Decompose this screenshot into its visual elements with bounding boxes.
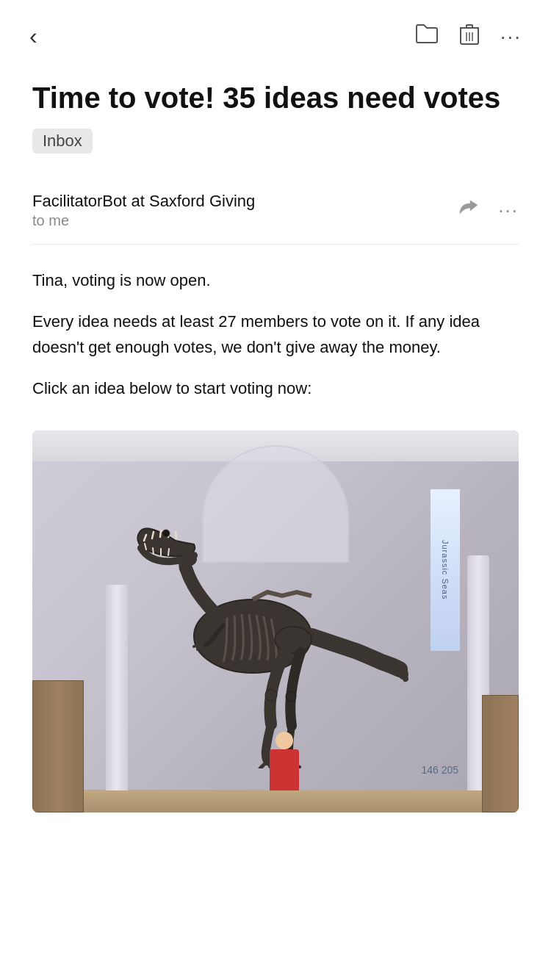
sender-info: FacilitatorBot at Saxford Giving to me xyxy=(32,192,255,229)
person-head xyxy=(276,732,293,749)
sender-name: FacilitatorBot at Saxford Giving xyxy=(32,192,255,211)
email-body: Tina, voting is now open. Every idea nee… xyxy=(0,251,551,415)
person-body xyxy=(270,749,299,790)
jurassic-seas-banner: Jurassic Seas xyxy=(431,489,460,651)
inbox-badge: Inbox xyxy=(32,129,93,154)
email-subject: Time to vote! 35 ideas need votes Inbox xyxy=(32,80,519,154)
svg-point-12 xyxy=(286,691,296,702)
body-paragraph-1: Tina, voting is now open. xyxy=(32,268,519,293)
toolbar-right: ··· xyxy=(415,22,522,51)
toolbar-left: ‹ xyxy=(29,23,37,50)
sender-to: to me xyxy=(32,212,255,229)
svg-point-11 xyxy=(265,689,277,701)
svg-rect-4 xyxy=(467,25,472,28)
more-options-icon[interactable]: ··· xyxy=(500,25,522,48)
sender-actions: ··· xyxy=(457,198,519,223)
dino-exhibit-image: Jurassic Seas 146 205 xyxy=(32,430,519,813)
cabinet-right xyxy=(482,695,519,813)
body-paragraph-2: Every idea needs at least 27 members to … xyxy=(32,309,519,359)
reply-icon[interactable] xyxy=(457,198,480,223)
svg-point-9 xyxy=(162,530,170,537)
toolbar: ‹ ··· xyxy=(0,0,551,65)
email-header: Time to vote! 35 ideas need votes Inbox xyxy=(0,65,551,177)
cabinet-left xyxy=(32,680,84,813)
delete-icon[interactable] xyxy=(459,22,480,51)
trex-skeleton xyxy=(106,475,414,768)
body-paragraph-3: Click an idea below to start voting now: xyxy=(32,376,519,401)
back-button[interactable]: ‹ xyxy=(29,23,37,50)
sender-row: FacilitatorBot at Saxford Giving to me ·… xyxy=(0,177,551,238)
subject-text: Time to vote! 35 ideas need votes xyxy=(32,80,500,115)
person-figure xyxy=(266,732,303,790)
exhibit-numbers: 146 205 xyxy=(421,764,458,776)
email-image-container[interactable]: Jurassic Seas 146 205 xyxy=(32,430,519,813)
sender-more-options-icon[interactable]: ··· xyxy=(498,199,519,222)
divider xyxy=(32,244,519,245)
folder-icon[interactable] xyxy=(415,24,439,49)
